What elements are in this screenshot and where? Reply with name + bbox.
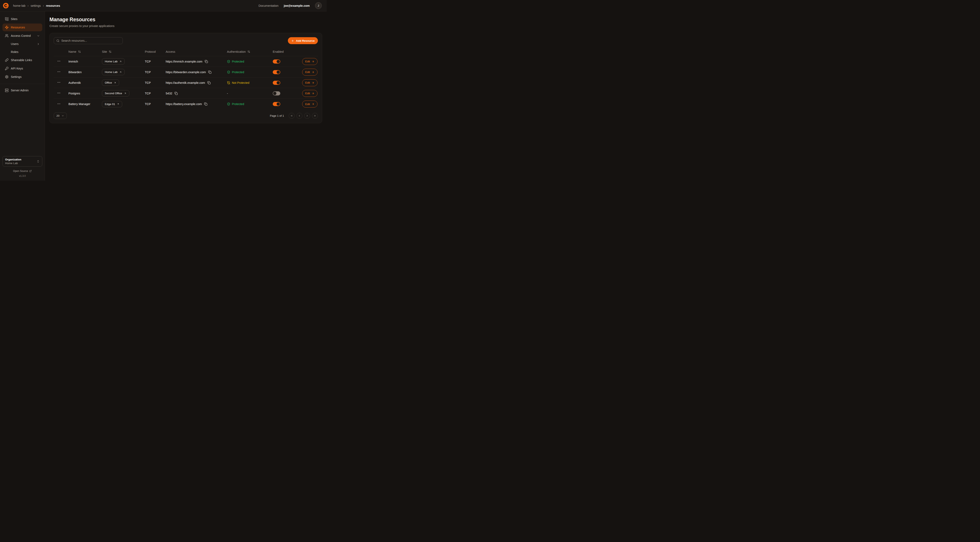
auth-status-label: Protected xyxy=(232,102,244,106)
copy-icon[interactable] xyxy=(205,60,208,63)
breadcrumb-home-lab[interactable]: home-lab xyxy=(13,4,25,7)
sidebar-item-label: Settings xyxy=(11,75,21,78)
copy-icon[interactable] xyxy=(207,81,211,84)
table-row: Immich Home Lab TCP https://immich.examp… xyxy=(54,56,318,67)
table-row: Authentik Office TCP https://authentik.e… xyxy=(54,78,318,88)
edit-button[interactable]: Edit xyxy=(302,58,318,65)
sidebar-item-sites[interactable]: Sites xyxy=(2,15,42,23)
sidebar-item-label: Resources xyxy=(11,26,25,29)
shield-check-icon xyxy=(227,70,230,74)
protocol-value: TCP xyxy=(145,60,166,63)
sidebar-item-label: Access Control xyxy=(11,34,31,37)
row-menu-button[interactable] xyxy=(57,80,62,84)
enabled-toggle[interactable] xyxy=(273,102,280,106)
chevron-left-icon xyxy=(298,115,301,117)
search-icon xyxy=(56,39,59,42)
documentation-link[interactable]: Documentation xyxy=(259,4,278,7)
next-page-button[interactable] xyxy=(304,113,310,119)
plus-icon xyxy=(291,39,294,42)
access-url: 5432 xyxy=(166,92,172,95)
last-page-button[interactable] xyxy=(312,113,318,119)
site-name: Second Office xyxy=(105,92,122,95)
pangolin-logo xyxy=(2,2,9,9)
sidebar-item-label: API Keys xyxy=(11,67,23,70)
arrow-up-right-icon xyxy=(119,60,122,63)
enabled-toggle[interactable] xyxy=(273,91,280,96)
row-menu-button[interactable] xyxy=(57,70,62,74)
open-source-link[interactable]: Open Source xyxy=(2,170,42,172)
protocol-value: TCP xyxy=(145,70,166,74)
sort-icon[interactable] xyxy=(247,50,250,53)
edit-label: Edit xyxy=(305,92,310,95)
sidebar-item-server-admin[interactable]: Server Admin xyxy=(2,86,42,94)
enabled-toggle[interactable] xyxy=(273,59,280,64)
column-header-site[interactable]: Site xyxy=(102,50,145,53)
ellipsis-icon xyxy=(57,59,60,63)
sidebar-item-users[interactable]: Users xyxy=(2,40,42,48)
sidebar-item-label: Shareable Links xyxy=(11,59,32,62)
add-resource-button[interactable]: Add Resource xyxy=(288,37,318,44)
edit-button[interactable]: Edit xyxy=(302,100,318,107)
open-source-label: Open Source xyxy=(13,170,28,172)
copy-icon[interactable] xyxy=(208,70,212,74)
access-url: https://immich.example.com xyxy=(166,60,202,63)
edit-button[interactable]: Edit xyxy=(302,90,318,97)
arrow-right-icon xyxy=(312,92,314,95)
chevron-down-icon xyxy=(62,115,64,117)
edit-button[interactable]: Edit xyxy=(302,69,318,76)
add-resource-label: Add Resource xyxy=(296,39,315,42)
prev-page-button[interactable] xyxy=(296,113,302,119)
breadcrumb-separator: › xyxy=(43,4,44,7)
sort-icon[interactable] xyxy=(109,50,111,53)
site-link-button[interactable]: Second Office xyxy=(102,90,129,96)
arrow-up-right-icon xyxy=(119,71,122,73)
site-link-button[interactable]: Office xyxy=(102,80,119,86)
edit-label: Edit xyxy=(305,81,310,84)
auth-status: Protected xyxy=(227,70,273,74)
sidebar-item-api-keys[interactable]: API Keys xyxy=(2,65,42,72)
column-header-authentication[interactable]: Authentication xyxy=(227,50,273,53)
enabled-toggle[interactable] xyxy=(273,81,280,85)
ellipsis-icon xyxy=(57,70,60,73)
table-row: Battery Manager Edge 01 TCP https://batt… xyxy=(54,99,318,109)
avatar[interactable]: J xyxy=(315,2,322,9)
access-url: https://bitwarden.example.com xyxy=(166,70,206,74)
breadcrumb-settings[interactable]: settings xyxy=(31,4,41,7)
auth-status-label: Not Protected xyxy=(232,81,250,84)
site-link-button[interactable]: Edge 01 xyxy=(102,101,122,107)
table-header: Name Site Protocol Access xyxy=(54,48,318,56)
first-page-button[interactable] xyxy=(289,113,294,119)
copy-icon[interactable] xyxy=(204,102,207,106)
main-content: Manage Resources Create secure proxies t… xyxy=(45,11,327,181)
chevron-right-icon xyxy=(306,115,309,117)
site-link-button[interactable]: Home Lab xyxy=(102,69,125,75)
sidebar-item-label: Sites xyxy=(11,18,18,21)
search-input[interactable] xyxy=(61,39,120,42)
sidebar-item-settings[interactable]: Settings xyxy=(2,73,42,81)
copy-icon[interactable] xyxy=(175,92,178,95)
shield-check-icon xyxy=(227,102,230,106)
enabled-toggle[interactable] xyxy=(273,70,280,74)
auth-status-label: - xyxy=(227,92,228,95)
auth-status-label: Protected xyxy=(232,70,244,74)
chevrons-right-icon xyxy=(313,115,316,117)
sort-icon[interactable] xyxy=(78,50,81,53)
sidebar: Sites Resources Access Control Users Rol… xyxy=(0,11,45,181)
sidebar-item-label: Roles xyxy=(11,50,18,54)
page-size-select[interactable]: 20 xyxy=(54,113,67,119)
sidebar-item-access-control[interactable]: Access Control xyxy=(2,32,42,40)
row-menu-button[interactable] xyxy=(57,59,62,63)
organization-selector[interactable]: Organization Home Lab xyxy=(2,156,42,167)
column-header-name[interactable]: Name xyxy=(68,50,102,53)
shield-check-icon xyxy=(227,60,230,63)
edit-button[interactable]: Edit xyxy=(302,79,318,86)
row-menu-button[interactable] xyxy=(57,102,62,106)
sidebar-item-resources[interactable]: Resources xyxy=(2,24,42,31)
sidebar-item-roles[interactable]: Roles xyxy=(2,48,42,56)
user-email[interactable]: joe@example.com xyxy=(284,4,310,7)
protocol-value: TCP xyxy=(145,81,166,84)
organization-label: Organization xyxy=(5,158,37,161)
site-link-button[interactable]: Home Lab xyxy=(102,58,125,65)
row-menu-button[interactable] xyxy=(57,91,62,95)
sidebar-item-shareable-links[interactable]: Shareable Links xyxy=(2,56,42,64)
